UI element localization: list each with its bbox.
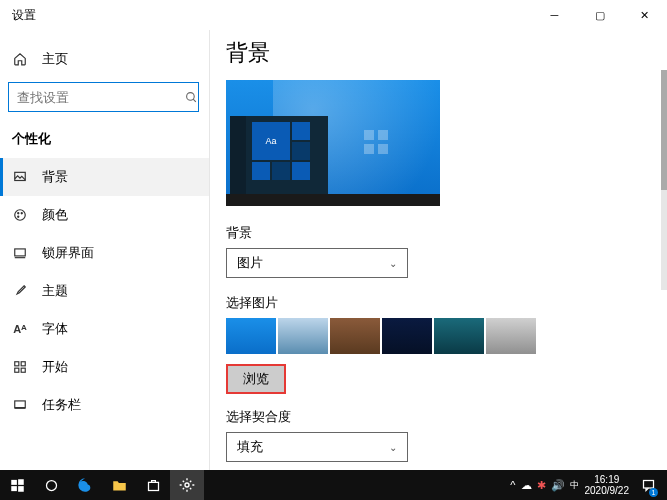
sidebar-item-start[interactable]: 开始 — [0, 348, 209, 386]
lock-icon — [12, 246, 28, 260]
search-icon — [185, 91, 198, 104]
svg-rect-11 — [15, 368, 19, 372]
chevron-down-icon: ⌄ — [389, 258, 397, 269]
svg-line-1 — [193, 99, 196, 102]
svg-point-21 — [185, 483, 189, 487]
svg-rect-13 — [15, 401, 26, 408]
svg-rect-7 — [15, 249, 26, 256]
notifications-button[interactable]: 1 — [635, 470, 661, 500]
chevron-up-icon[interactable]: ^ — [510, 479, 515, 491]
background-dropdown[interactable]: 图片 ⌄ — [226, 248, 408, 278]
fit-dropdown[interactable]: 填充 ⌄ — [226, 432, 408, 462]
os-taskbar: ^ ☁ ✱ 🔊 中 16:19 2020/9/22 1 — [0, 470, 667, 500]
minimize-button[interactable]: ─ — [532, 0, 577, 30]
network-icon[interactable]: ✱ — [537, 479, 546, 492]
store-button[interactable] — [136, 470, 170, 500]
thumbnail-6[interactable] — [486, 318, 536, 354]
svg-rect-20 — [148, 482, 158, 490]
thumbnail-2[interactable] — [278, 318, 328, 354]
image-thumbnails — [226, 318, 651, 354]
home-link[interactable]: 主页 — [0, 42, 209, 76]
edge-button[interactable] — [68, 470, 102, 500]
svg-point-19 — [46, 480, 56, 490]
sidebar-item-lockscreen[interactable]: 锁屏界面 — [0, 234, 209, 272]
image-icon — [12, 170, 28, 184]
volume-icon[interactable]: 🔊 — [551, 479, 565, 492]
svg-point-3 — [15, 210, 26, 221]
close-button[interactable]: ✕ — [622, 0, 667, 30]
svg-rect-17 — [11, 486, 17, 491]
settings-taskbar-button[interactable] — [170, 470, 204, 500]
svg-rect-12 — [21, 368, 25, 372]
language-icon[interactable]: 中 — [570, 479, 579, 492]
svg-point-6 — [18, 216, 19, 217]
system-tray[interactable]: ^ ☁ ✱ 🔊 中 — [510, 479, 578, 492]
titlebar: 设置 ─ ▢ ✕ — [0, 0, 667, 30]
svg-point-4 — [18, 213, 19, 214]
taskbar-icon — [12, 398, 28, 412]
sidebar-item-label: 字体 — [42, 320, 68, 338]
sidebar-item-label: 背景 — [42, 168, 68, 186]
svg-rect-18 — [18, 486, 24, 492]
window-title: 设置 — [12, 7, 532, 24]
svg-rect-16 — [18, 479, 24, 485]
preview-tile-aa: Aa — [252, 122, 290, 160]
thumbnail-1[interactable] — [226, 318, 276, 354]
sidebar-item-label: 任务栏 — [42, 396, 81, 414]
sidebar-item-background[interactable]: 背景 — [0, 158, 209, 196]
palette-icon — [12, 208, 28, 222]
content-pane: 背景 Aa 背景 图片 — [210, 30, 667, 470]
sidebar: 主页 个性化 背景 颜色 锁屏界面 — [0, 30, 210, 470]
sidebar-item-colors[interactable]: 颜色 — [0, 196, 209, 234]
section-label: 个性化 — [0, 122, 209, 158]
sidebar-item-label: 开始 — [42, 358, 68, 376]
fit-value: 填充 — [237, 438, 263, 456]
svg-rect-15 — [11, 479, 17, 484]
home-label: 主页 — [42, 50, 68, 68]
brush-icon — [12, 284, 28, 298]
onedrive-icon[interactable]: ☁ — [521, 479, 532, 492]
desktop-preview: Aa — [226, 80, 440, 206]
windows-logo-icon — [364, 130, 388, 154]
search-input[interactable] — [17, 90, 185, 105]
svg-rect-10 — [21, 362, 25, 366]
maximize-button[interactable]: ▢ — [577, 0, 622, 30]
fit-label: 选择契合度 — [226, 408, 651, 426]
home-icon — [12, 52, 28, 66]
svg-rect-22 — [643, 480, 653, 488]
browse-button[interactable]: 浏览 — [226, 364, 286, 394]
sidebar-item-fonts[interactable]: AA 字体 — [0, 310, 209, 348]
background-value: 图片 — [237, 254, 263, 272]
thumbnail-5[interactable] — [434, 318, 484, 354]
cortana-button[interactable] — [34, 470, 68, 500]
thumbnail-4[interactable] — [382, 318, 432, 354]
svg-point-5 — [21, 213, 22, 214]
chevron-down-icon: ⌄ — [389, 442, 397, 453]
sidebar-item-themes[interactable]: 主题 — [0, 272, 209, 310]
start-button[interactable] — [0, 470, 34, 500]
sidebar-item-taskbar[interactable]: 任务栏 — [0, 386, 209, 424]
clock[interactable]: 16:19 2020/9/22 — [585, 474, 630, 496]
explorer-button[interactable] — [102, 470, 136, 500]
search-input-wrapper[interactable] — [8, 82, 199, 112]
grid-icon — [12, 360, 28, 374]
svg-point-0 — [187, 92, 195, 100]
sidebar-item-label: 主题 — [42, 282, 68, 300]
sidebar-item-label: 颜色 — [42, 206, 68, 224]
thumbnail-3[interactable] — [330, 318, 380, 354]
svg-rect-9 — [15, 362, 19, 366]
pick-image-label: 选择图片 — [226, 294, 651, 312]
sidebar-item-label: 锁屏界面 — [42, 244, 94, 262]
font-icon: AA — [12, 323, 28, 335]
scrollbar[interactable] — [661, 70, 667, 290]
